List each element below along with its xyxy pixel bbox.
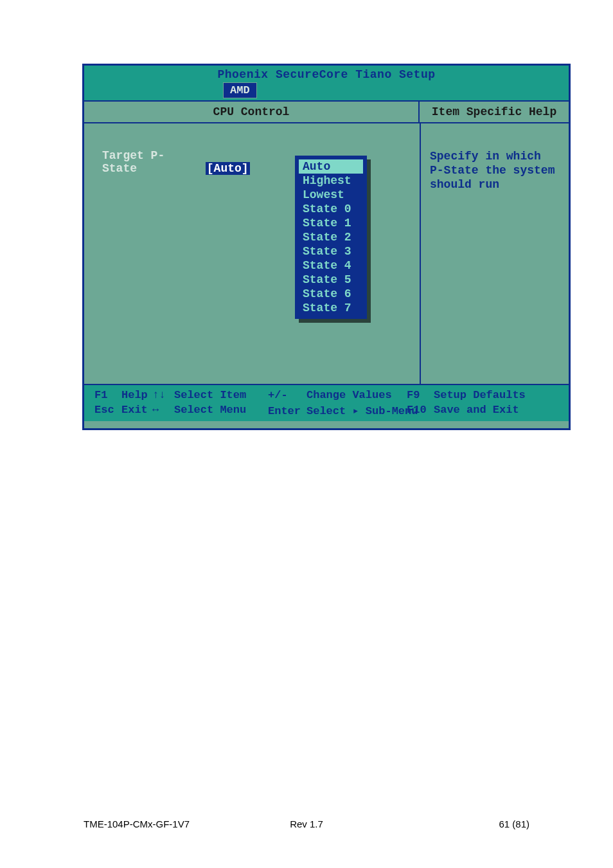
key-esc[interactable]: Esc <box>94 404 121 416</box>
key-leftright-icon[interactable]: ↔ <box>152 404 174 416</box>
setting-target-pstate-label: Target P-State <box>102 149 199 175</box>
footer-doc-id: TME-104P-CMx-GF-1V7 <box>84 818 232 829</box>
dropdown-popup[interactable]: Auto Highest Lowest State 0 State 1 Stat… <box>295 156 367 319</box>
bios-body: Target P-State [Auto] Auto Highest Lowes… <box>84 123 569 384</box>
key-f9-label: Setup Defaults <box>434 389 526 401</box>
page-footer: TME-104P-CMx-GF-1V7 Rev 1.7 61 (81) <box>0 818 613 829</box>
bios-panel-title: CPU Control <box>84 102 418 122</box>
popup-option-state3[interactable]: State 3 <box>299 244 363 258</box>
key-f1-label: Help <box>121 389 148 401</box>
key-f9[interactable]: F9 <box>407 389 434 401</box>
popup-option-state1[interactable]: State 1 <box>299 216 363 230</box>
key-updown-icon[interactable]: ↑↓ <box>152 389 174 401</box>
key-enter[interactable]: Enter <box>268 405 306 417</box>
document-page: Phoenix SecureCore Tiano Setup AMD CPU C… <box>0 0 613 868</box>
bios-tab-amd[interactable]: AMD <box>223 82 257 98</box>
bios-help-title: Item Specific Help <box>418 102 569 122</box>
key-f10[interactable]: F10 <box>407 404 434 416</box>
bios-title: Phoenix SecureCore Tiano Setup <box>84 66 569 82</box>
bios-help-pane: Specify in which P-State the system shou… <box>420 123 569 384</box>
key-enter-label: Select ▸ Sub-Menu <box>306 405 418 417</box>
key-leftright-label: Select Menu <box>174 404 246 416</box>
popup-option-auto[interactable]: Auto <box>299 159 363 174</box>
bios-tab-row: AMD <box>84 82 569 100</box>
popup-option-state4[interactable]: State 4 <box>299 258 363 273</box>
bios-footer: F1Help EscExit ↑↓Select Item ↔Select Men… <box>84 384 569 421</box>
bios-window: Phoenix SecureCore Tiano Setup AMD CPU C… <box>82 64 571 430</box>
footer-page-number: 61 (81) <box>381 818 529 829</box>
footer-revision: Rev 1.7 <box>232 818 380 829</box>
popup-option-state5[interactable]: State 5 <box>299 273 363 287</box>
key-esc-label: Exit <box>121 404 148 416</box>
popup-option-state7[interactable]: State 7 <box>299 301 363 315</box>
key-plusminus-label: Change Values <box>306 389 392 401</box>
key-f1[interactable]: F1 <box>94 389 121 401</box>
help-line: should run <box>430 177 560 192</box>
setting-target-pstate-value[interactable]: [Auto] <box>206 162 250 175</box>
popup-option-state0[interactable]: State 0 <box>299 202 363 216</box>
help-line: P-State the system <box>430 163 560 177</box>
bios-header: Phoenix SecureCore Tiano Setup AMD <box>84 66 569 102</box>
key-f10-label: Save and Exit <box>434 404 519 416</box>
bios-settings-pane: Target P-State [Auto] Auto Highest Lowes… <box>84 123 420 384</box>
key-plusminus[interactable]: +/- <box>268 389 306 401</box>
key-updown-label: Select Item <box>174 389 246 401</box>
help-line: Specify in which <box>430 149 560 163</box>
popup-option-highest[interactable]: Highest <box>299 174 363 188</box>
popup-option-state2[interactable]: State 2 <box>299 230 363 244</box>
bios-subheader: CPU Control Item Specific Help <box>84 102 569 123</box>
popup-option-state6[interactable]: State 6 <box>299 287 363 301</box>
popup-option-lowest[interactable]: Lowest <box>299 188 363 202</box>
